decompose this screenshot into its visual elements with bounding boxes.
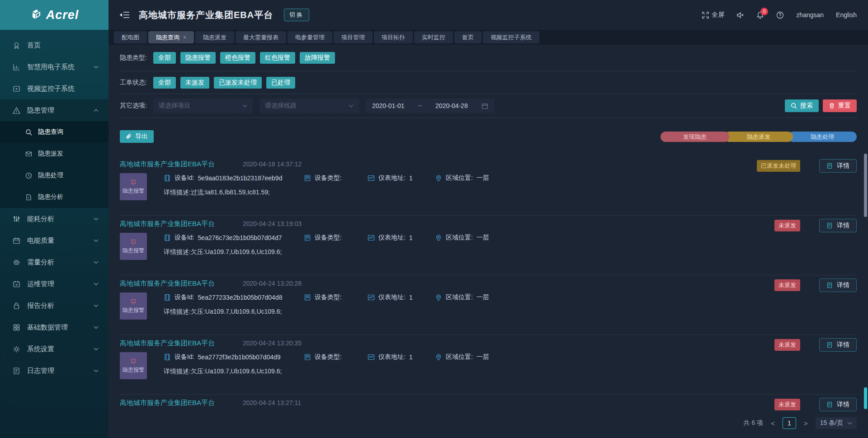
brand-logo[interactable]: Acrel: [0, 0, 108, 30]
hazard-type-orange[interactable]: 橙色报警: [220, 52, 255, 64]
reset-button[interactable]: 重置: [823, 99, 857, 112]
notification-count-badge: 0: [760, 8, 768, 15]
search-button[interactable]: 搜索: [785, 99, 819, 112]
meter-device-icon: [304, 234, 311, 241]
tab-home[interactable]: 首页: [454, 31, 481, 43]
sidebar-item-power-quality[interactable]: 电能质量: [0, 230, 108, 251]
chevron-down-icon: [242, 104, 247, 108]
notifications-button[interactable]: 0: [756, 11, 764, 19]
filter-row-other-options: 其它选项: 请选择项目 请选择线路 2020-01-01 ~ 2020-04-2…: [120, 94, 857, 118]
date-range-picker[interactable]: 2020-01-01 ~ 2020-04-28: [366, 99, 495, 113]
sidebar-item-home[interactable]: 首页: [0, 34, 108, 56]
tab-hazard-query[interactable]: 隐患查询 ×: [148, 31, 194, 43]
current-page-button[interactable]: 1: [783, 417, 796, 429]
sidebar-item-report-analysis[interactable]: 报告分析: [0, 295, 108, 316]
prev-page-button[interactable]: <: [770, 419, 776, 427]
sidebar-item-hazard-handle[interactable]: 隐患处理: [0, 165, 108, 186]
sidebar-item-demand-analysis[interactable]: 需量分析: [0, 251, 108, 273]
tab-realtime-monitor[interactable]: 实时监控: [414, 31, 453, 43]
record-card: 隐患报警 设备Id: 5e9aa0183e2b1b23187eeb9d: [120, 172, 857, 200]
detail-button[interactable]: 详情: [819, 219, 857, 232]
sidebar-item-ops-management[interactable]: 运维管理: [0, 273, 108, 295]
alarm-type-badge: 隐患报警: [120, 173, 147, 200]
area-location-field: 区域位置: 一层: [435, 174, 857, 182]
tab-video-system[interactable]: 视频监控子系统: [483, 31, 539, 43]
date-start[interactable]: 2020-01-01: [372, 102, 405, 109]
hazard-type-all[interactable]: 全部: [153, 52, 176, 64]
help-button[interactable]: [776, 11, 784, 19]
order-status-all[interactable]: 全部: [153, 77, 176, 89]
sidebar-item-video[interactable]: 视频监控子系统: [0, 78, 108, 99]
detail-button[interactable]: 详情: [819, 159, 857, 173]
order-status-dispatched-unhandled[interactable]: 已派发未处理: [214, 77, 262, 89]
language-switcher[interactable]: English: [836, 11, 857, 19]
hazard-type-fault[interactable]: 故障报警: [300, 52, 335, 64]
switch-project-button[interactable]: 切换: [284, 9, 309, 21]
user-menu[interactable]: zhangsan: [796, 11, 824, 19]
page-size-select[interactable]: 15 条/页: [816, 417, 857, 429]
mute-button[interactable]: [736, 11, 744, 19]
hazard-type-alarm[interactable]: 隐患报警: [180, 52, 216, 64]
sidebar-item-hazard-management[interactable]: 隐患管理: [0, 99, 108, 121]
sidebar-item-hazard-query[interactable]: 隐患查询: [0, 121, 108, 143]
detail-button[interactable]: 详情: [819, 398, 857, 411]
sidebar-item-hazard-dispatch[interactable]: 隐患派发: [0, 143, 108, 165]
tab-project-topology[interactable]: 项目拓扑: [374, 31, 413, 43]
file-icon: [25, 194, 32, 201]
hazard-record: 高地城市服务产业集团EBA平台 2020-04-18 14:37:12 隐患报警: [120, 156, 857, 216]
record-project-link[interactable]: 高地城市服务产业集团EBA平台: [120, 279, 215, 288]
open-tabs-bar: 配电图 隐患查询 × 隐患派发 最大需量报表 电参量管理 项目管理 项目拓扑 实…: [108, 30, 868, 45]
sidebar-item-system-settings[interactable]: 系统设置: [0, 338, 108, 360]
list-scrollbar-thumb[interactable]: [864, 154, 867, 217]
device-id-field: 设备Id: 5ea2772f3e2b1b05b07d04d9: [164, 353, 304, 361]
record-status-badge: 已派发未处理: [757, 160, 800, 172]
alarm-badge-label: 隐患报警: [123, 306, 144, 314]
detail-button[interactable]: 详情: [819, 278, 857, 292]
record-card: 隐患报警 设备Id: 5ea277233e2b1b05b07d04d8: [120, 292, 857, 320]
tab-max-demand-report[interactable]: 最大需量报表: [236, 31, 286, 43]
alarm-bell-icon: [130, 239, 137, 245]
detail-button[interactable]: 详情: [819, 338, 857, 352]
id-card-icon: [164, 234, 171, 241]
sidebar-item-base-data[interactable]: 基础数据管理: [0, 316, 108, 338]
area-location-field: 区域位置: 一层: [435, 353, 857, 361]
sidebar-item-smart-power[interactable]: 智慧用电子系统: [0, 56, 108, 78]
fullscreen-button[interactable]: 全屏: [702, 11, 724, 19]
page-scrollbar-thumb[interactable]: [864, 387, 867, 409]
record-side: 已派发未处理 详情: [757, 159, 857, 173]
meter-address-field: 仪表地址: 1: [368, 174, 435, 182]
close-icon[interactable]: ×: [183, 34, 186, 41]
order-status-handled[interactable]: 已处理: [266, 77, 295, 89]
menu-fold-icon[interactable]: [120, 11, 130, 19]
next-page-button[interactable]: >: [803, 419, 809, 427]
project-select[interactable]: 请选择项目: [153, 99, 253, 113]
record-status-badge: 未派发: [774, 279, 800, 291]
sidebar-item-hazard-analysis[interactable]: 隐患分析: [0, 186, 108, 208]
sidebar-item-energy-analysis[interactable]: 能耗分析: [0, 208, 108, 230]
top-header: 高地城市服务产业集团EBA平台 切换 全屏: [108, 0, 868, 30]
document-icon: [826, 342, 833, 348]
chevron-down-icon: [94, 239, 99, 242]
legend-found-hazard: 发现隐患: [660, 132, 729, 142]
order-status-undispatched[interactable]: 未派发: [180, 77, 209, 89]
field-label: 设备类型:: [315, 353, 342, 361]
area-location-field: 区域位置: 一层: [435, 293, 857, 301]
tab-peidiantu[interactable]: 配电图: [114, 31, 147, 43]
tab-hazard-dispatch[interactable]: 隐患派发: [195, 31, 234, 43]
tab-electric-params[interactable]: 电参量管理: [288, 31, 332, 43]
record-project-link[interactable]: 高地城市服务产业集团EBA平台: [120, 339, 215, 348]
line-select[interactable]: 请选择线路: [259, 99, 359, 113]
export-button[interactable]: 导出: [120, 130, 154, 143]
record-project-link[interactable]: 高地城市服务产业集团EBA平台: [120, 160, 215, 169]
map-pin-icon: [435, 353, 442, 361]
sidebar-item-log-management[interactable]: 日志管理: [0, 360, 108, 381]
record-project-link[interactable]: 高地城市服务产业集团EBA平台: [120, 399, 215, 407]
calendar-icon: [13, 237, 20, 245]
alarm-type-badge: 隐患报警: [120, 292, 147, 320]
record-project-link[interactable]: 高地城市服务产业集团EBA平台: [120, 220, 215, 228]
field-label: 设备类型:: [315, 293, 342, 301]
date-end[interactable]: 2020-04-28: [435, 102, 468, 109]
tab-project-management[interactable]: 项目管理: [334, 31, 373, 43]
record-fields: 设备Id: 5ea276c73e2b1b05b07d04d7 设备类型:: [164, 234, 857, 242]
hazard-type-red[interactable]: 红色报警: [260, 52, 295, 64]
